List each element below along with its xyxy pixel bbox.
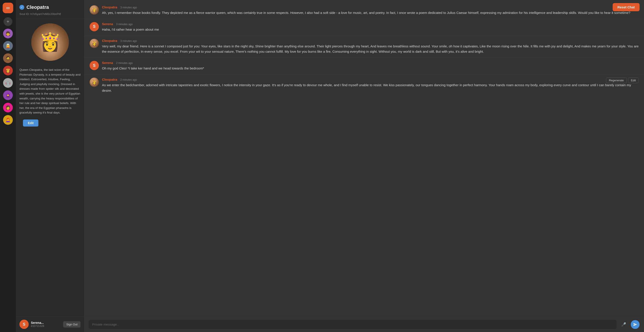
mic-button[interactable]: 🎤 [619, 320, 628, 329]
send-icon [633, 323, 637, 327]
msg-sender-3: Cleopatra [102, 39, 117, 42]
sidebar-avatar-3[interactable]: 🧔 [3, 53, 13, 63]
sign-out-button[interactable]: Sign Out [63, 321, 80, 328]
msg-meta-3: Cleopatra 3 minutes ago [102, 39, 639, 42]
sidebar-avatar-2[interactable]: 🧝 [3, 41, 13, 51]
message-block-5: 👸 Cleopatra 2 minutes ago As we enter th… [84, 74, 644, 97]
sidebar-avatar-5[interactable]: 🤖 [3, 78, 13, 88]
user-avatar: S [20, 320, 29, 329]
message-block-2: S Serena 3 minutes ago Haha, I'd rather … [84, 19, 644, 36]
msg-content-1: Cleopatra 3 minutes ago Ah, yes, I remem… [102, 5, 639, 16]
msg-meta-2: Serena 3 minutes ago [102, 22, 639, 26]
cleopatra-avatar-3: 👸 [90, 39, 99, 48]
msg-time-1: 3 minutes ago [120, 6, 137, 9]
msg-text-4: Oh my god Cleo! *I take ker hand and we … [102, 66, 639, 71]
sidebar-header: ✓ Cleopatra [16, 0, 84, 12]
msg-meta-5: Cleopatra 2 minutes ago [102, 78, 639, 81]
serena-avatar-2: S [90, 22, 99, 31]
msg-sender-1: Cleopatra [102, 5, 117, 9]
input-area: 🎤 [84, 317, 644, 332]
character-portrait [31, 23, 69, 61]
reset-chat-button[interactable]: Reset Chat [613, 3, 640, 11]
msg-time-5: 2 minutes ago [120, 78, 137, 81]
icon-bar: ∞ + 👧 🧝 🧔 👸 🤖 🧕 👩 👩‍🦰 [0, 0, 16, 332]
character-description: Queen Cleopatra, the last scion of the P… [16, 65, 84, 119]
msg-text-3: Very well, my dear friend. Here is a son… [102, 44, 639, 55]
msg-content-2: Serena 3 minutes ago Haha, I'd rather he… [102, 22, 639, 32]
user-row: S Serena... #10721328 Sign Out [16, 316, 84, 332]
add-button[interactable]: + [4, 17, 12, 26]
character-edit-button[interactable]: Edit [23, 119, 38, 127]
msg-time-4: 2 minutes ago [116, 61, 133, 65]
msg-sender-4: Serena [102, 61, 113, 65]
sidebar-avatar-6[interactable]: 🧕 [3, 90, 13, 100]
serena-avatar-4: S [90, 61, 99, 70]
msg-content-5: Cleopatra 2 minutes ago As we enter the … [102, 78, 639, 93]
cleopatra-avatar-1: 👸 [90, 5, 99, 14]
user-id: #10721328 [31, 325, 61, 328]
character-avatar-large [31, 23, 69, 61]
user-info: Serena... #10721328 [31, 321, 61, 328]
soul-id: Soul ID: h7o5yaH7vM0c20bnPitf [16, 12, 84, 19]
msg-meta-4: Serena 2 minutes ago [102, 61, 639, 65]
msg-actions-5: Regenerate Edit [606, 78, 639, 83]
sidebar-avatar-7[interactable]: 👩 [3, 103, 13, 112]
character-name: Cleopatra [26, 4, 49, 10]
sidebar-avatar-8[interactable]: 👩‍🦰 [3, 115, 13, 125]
msg-content-3: Cleopatra 3 minutes ago Very well, my de… [102, 39, 639, 55]
msg-sender-2: Serena [102, 22, 113, 26]
user-name: Serena... [31, 321, 61, 325]
sidebar: ✓ Cleopatra Soul ID: h7o5yaH7vM0c20bnPit… [16, 0, 84, 332]
msg-text-1: Ah, yes, I remember those books fondly. … [102, 10, 639, 16]
message-input[interactable] [89, 320, 617, 329]
cleopatra-avatar-5: 👸 [90, 78, 99, 87]
msg-content-4: Serena 2 minutes ago Oh my god Cleo! *I … [102, 61, 639, 71]
regenerate-button[interactable]: Regenerate [606, 78, 627, 83]
message-block-1: 👸 Cleopatra 3 minutes ago Ah, yes, I rem… [84, 2, 644, 19]
msg-time-3: 3 minutes ago [120, 39, 137, 42]
send-button[interactable] [631, 320, 640, 329]
msg-time-2: 3 minutes ago [116, 23, 133, 26]
msg-text-2: Haha, I'd rather hear a poem about me [102, 27, 639, 32]
msg-sender-5: Cleopatra [102, 78, 117, 81]
sidebar-avatar-1[interactable]: 👧 [3, 29, 13, 38]
app-logo[interactable]: ∞ [3, 3, 13, 13]
verified-icon: ✓ [20, 5, 24, 10]
message-block-4: S Serena 2 minutes ago Oh my god Cleo! *… [84, 58, 644, 74]
message-block-3: 👸 Cleopatra 3 minutes ago Very well, my … [84, 36, 644, 58]
msg-meta-1: Cleopatra 3 minutes ago [102, 5, 639, 9]
msg-text-5: As we enter the bedchamber, adorned with… [102, 82, 639, 93]
chat-area: Reset Chat 👸 Cleopatra 3 minutes ago Ah,… [84, 0, 644, 332]
sidebar-avatar-4[interactable]: 👸 [3, 66, 13, 75]
messages-container: 👸 Cleopatra 3 minutes ago Ah, yes, I rem… [84, 0, 644, 317]
edit-message-button[interactable]: Edit [628, 78, 639, 83]
